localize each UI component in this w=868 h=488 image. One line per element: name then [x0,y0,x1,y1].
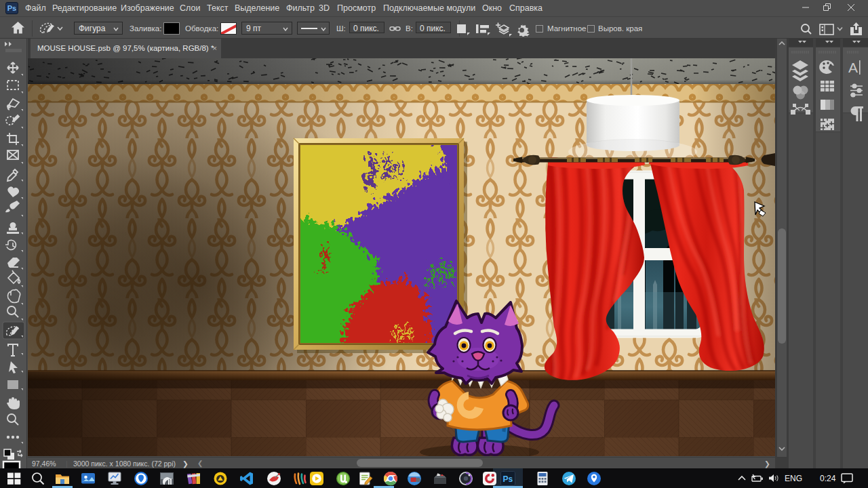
svg-text:A: A [848,60,858,75]
svg-text:Ps: Ps [503,474,513,484]
